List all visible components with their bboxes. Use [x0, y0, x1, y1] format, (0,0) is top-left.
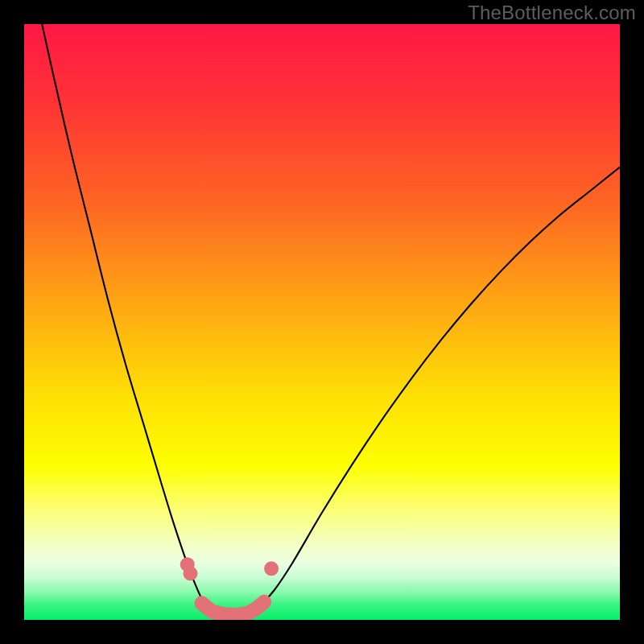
bottleneck-chart — [24, 24, 620, 620]
watermark-text: TheBottleneck.com — [468, 2, 636, 24]
chart-frame: TheBottleneck.com — [0, 0, 644, 644]
trough-dot — [264, 561, 279, 576]
trough-dot — [183, 566, 197, 580]
